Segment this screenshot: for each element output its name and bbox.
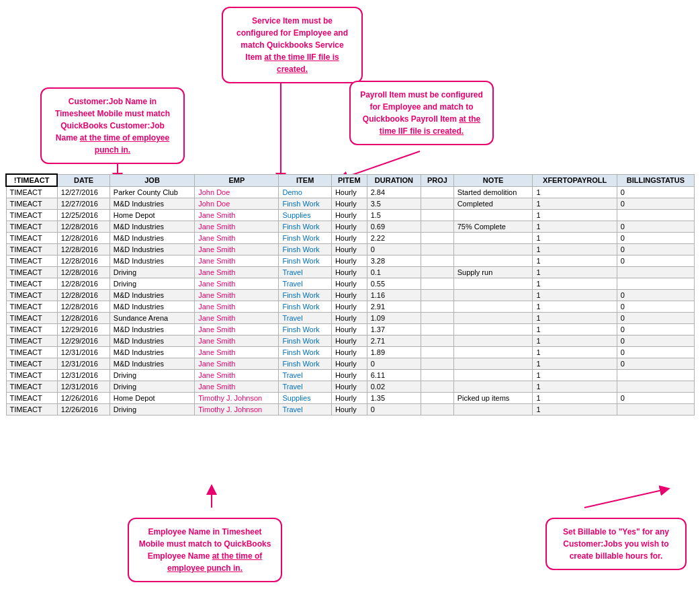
- table-cell: 0: [367, 244, 421, 255]
- table-cell: 2.84: [367, 186, 421, 198]
- callout-employee-name: Employee Name in Timesheet Mobile must m…: [128, 518, 282, 582]
- table-cell: 0: [367, 404, 421, 416]
- table-cell: [421, 347, 453, 358]
- table-cell: Home Depot: [110, 393, 194, 404]
- table-row: TIMEACT12/28/2016M&D IndustriesJane Smit…: [6, 255, 695, 267]
- table-cell: 1.09: [367, 313, 421, 324]
- col-header-duration: DURATION: [367, 174, 421, 186]
- table-cell: [421, 186, 453, 198]
- table-cell: [453, 358, 533, 370]
- table-cell: 1.37: [367, 324, 421, 335]
- table-cell: 0.02: [367, 381, 421, 393]
- table-cell: Driving: [110, 370, 194, 381]
- data-table: !TIMEACT DATE JOB EMP ITEM PITEM DURATIO…: [5, 173, 695, 416]
- table-cell: Started demolition: [453, 186, 533, 198]
- table-cell: Jane Smith: [195, 358, 279, 370]
- table-cell: TIMEACT: [6, 381, 57, 393]
- table-cell: Driving: [110, 381, 194, 393]
- table-cell: 0: [367, 358, 421, 370]
- table-row: TIMEACT12/28/2016Sundance ArenaJane Smit…: [6, 313, 695, 324]
- table-cell: TIMEACT: [6, 358, 57, 370]
- table-cell: M&D Industries: [110, 198, 194, 210]
- table-cell: Hourly: [331, 233, 367, 244]
- col-header-pitem: PITEM: [331, 174, 367, 186]
- col-header-note: NOTE: [453, 174, 533, 186]
- col-header-timeact: !TIMEACT: [6, 174, 57, 186]
- table-row: TIMEACT12/29/2016M&D IndustriesJane Smit…: [6, 324, 695, 335]
- table-row: TIMEACT12/28/2016M&D IndustriesJane Smit…: [6, 244, 695, 255]
- table-cell: 0: [617, 347, 694, 358]
- table-cell: 1: [533, 370, 617, 381]
- table-cell: [453, 278, 533, 290]
- table-cell: Supplies: [279, 210, 331, 221]
- table-cell: 3.5: [367, 198, 421, 210]
- table-cell: Hourly: [331, 301, 367, 313]
- table-cell: Hourly: [331, 404, 367, 416]
- table-cell: M&D Industries: [110, 335, 194, 347]
- table-cell: Jane Smith: [195, 347, 279, 358]
- table-cell: 12/28/2016: [57, 255, 110, 267]
- table-cell: [617, 267, 694, 278]
- table-row: TIMEACT12/27/2016Parker County ClubJohn …: [6, 186, 695, 198]
- table-cell: 12/28/2016: [57, 278, 110, 290]
- table-cell: Finsh Work: [279, 244, 331, 255]
- table-cell: 0.55: [367, 278, 421, 290]
- table-cell: [617, 370, 694, 381]
- table-cell: [421, 255, 453, 267]
- table-row: TIMEACT12/28/2016DrivingJane SmithTravel…: [6, 267, 695, 278]
- table-cell: 1.5: [367, 210, 421, 221]
- table-cell: 0: [617, 186, 694, 198]
- table-cell: Hourly: [331, 381, 367, 393]
- table-cell: 1: [533, 278, 617, 290]
- table-cell: Picked up items: [453, 393, 533, 404]
- table-cell: Finsh Work: [279, 198, 331, 210]
- table-cell: M&D Industries: [110, 358, 194, 370]
- table-cell: 12/28/2016: [57, 221, 110, 233]
- col-header-date: DATE: [57, 174, 110, 186]
- table-cell: 12/28/2016: [57, 301, 110, 313]
- table-cell: [453, 324, 533, 335]
- table-cell: [421, 335, 453, 347]
- table-cell: TIMEACT: [6, 278, 57, 290]
- table-cell: 3.28: [367, 255, 421, 267]
- table-cell: [453, 244, 533, 255]
- table-cell: [421, 301, 453, 313]
- table-cell: 12/28/2016: [57, 244, 110, 255]
- table-cell: 1: [533, 347, 617, 358]
- table-cell: TIMEACT: [6, 267, 57, 278]
- table-cell: TIMEACT: [6, 324, 57, 335]
- table-cell: TIMEACT: [6, 335, 57, 347]
- table-cell: Jane Smith: [195, 233, 279, 244]
- table-row: TIMEACT12/28/2016M&D IndustriesJane Smit…: [6, 221, 695, 233]
- table-cell: Jane Smith: [195, 221, 279, 233]
- table-cell: Home Depot: [110, 210, 194, 221]
- table-row: TIMEACT12/27/2016M&D IndustriesJohn DoeF…: [6, 198, 695, 210]
- table-cell: Hourly: [331, 347, 367, 358]
- table-cell: TIMEACT: [6, 244, 57, 255]
- callout-customer-job: Customer:Job Name in Timesheet Mobile mu…: [40, 87, 185, 164]
- table-cell: 2.91: [367, 301, 421, 313]
- table-cell: 0: [617, 221, 694, 233]
- table-cell: Hourly: [331, 221, 367, 233]
- table-cell: 1: [533, 210, 617, 221]
- table-cell: M&D Industries: [110, 301, 194, 313]
- table-cell: [421, 244, 453, 255]
- table-cell: 12/29/2016: [57, 335, 110, 347]
- table-cell: 1.35: [367, 393, 421, 404]
- table-cell: 1: [533, 221, 617, 233]
- table-cell: 1: [533, 233, 617, 244]
- table-cell: Hourly: [331, 278, 367, 290]
- table-cell: Supply run: [453, 267, 533, 278]
- table-cell: 0: [617, 244, 694, 255]
- table-cell: [421, 290, 453, 301]
- table-row: TIMEACT12/26/2016DrivingTimothy J. Johns…: [6, 404, 695, 416]
- table-cell: 6.11: [367, 370, 421, 381]
- table-cell: 12/28/2016: [57, 233, 110, 244]
- table-row: TIMEACT12/31/2016M&D IndustriesJane Smit…: [6, 358, 695, 370]
- table-cell: [453, 335, 533, 347]
- table-cell: Travel: [279, 267, 331, 278]
- table-cell: Hourly: [331, 393, 367, 404]
- table-cell: 12/25/2016: [57, 210, 110, 221]
- table-cell: Jane Smith: [195, 278, 279, 290]
- table-cell: Finsh Work: [279, 221, 331, 233]
